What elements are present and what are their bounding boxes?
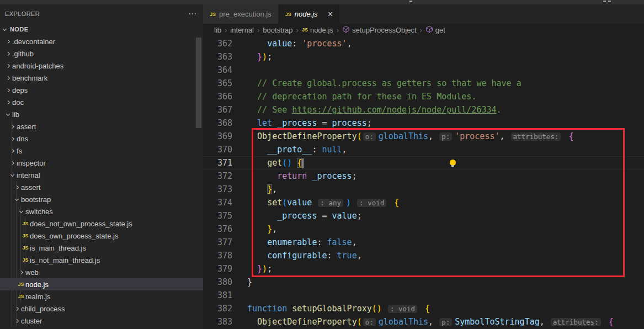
breadcrumb-label: node.js: [310, 26, 333, 34]
code-line-365[interactable]: 365 // Create global.process as getters …: [203, 77, 644, 90]
tree-item-realm.js[interactable]: JSrealm.js: [0, 290, 203, 303]
line-number[interactable]: 364: [203, 63, 247, 77]
chevron-down-icon: [3, 26, 7, 30]
line-number[interactable]: 362: [203, 37, 247, 50]
tree-item-label: deps: [12, 86, 28, 94]
tree-item-.github[interactable]: .github: [0, 47, 203, 60]
code-line-364[interactable]: 364: [203, 63, 644, 77]
titlebar-text-fragment: [603, 1, 606, 2]
tree-item-switches[interactable]: switches: [0, 205, 203, 217]
breadcrumb-item-node.js[interactable]: JSnode.js: [302, 26, 333, 34]
breadcrumb-item-get[interactable]: get: [425, 25, 445, 35]
code-area[interactable]: 362 value: 'process',363 });364365 // Cr…: [203, 36, 644, 329]
code-line-content: }: [247, 275, 252, 289]
tree-item-label: cluster: [21, 317, 42, 325]
tree-item-deps[interactable]: deps: [0, 84, 203, 96]
tree-item-benchmark[interactable]: benchmark: [0, 72, 203, 84]
symbol-method-icon: [425, 25, 435, 35]
tree-item-doc[interactable]: doc: [0, 96, 203, 108]
js-file-icon: JS: [17, 294, 25, 299]
tree-item-bootstrap[interactable]: bootstrap: [0, 193, 203, 205]
tree-item-child_process[interactable]: child_process: [0, 303, 203, 315]
tree-item-does_own_process_state.js[interactable]: JSdoes_own_process_state.js: [0, 230, 203, 242]
tree-item-label: does_not_own_process_state.js: [30, 220, 132, 228]
tree-item-dns[interactable]: dns: [0, 132, 203, 145]
tree-item-is_not_main_thread.js[interactable]: JSis_not_main_thread.js: [0, 254, 203, 266]
more-actions-icon[interactable]: ⋯: [188, 9, 196, 19]
tree-item-inspector[interactable]: inspector: [0, 157, 203, 169]
code-line-380[interactable]: 380}: [203, 275, 644, 289]
tree-item-lib[interactable]: lib: [0, 108, 203, 120]
code-line-382[interactable]: 382function setupGlobalProxy() : void {: [203, 302, 644, 315]
line-number[interactable]: 382: [203, 302, 247, 315]
close-icon[interactable]: ×: [328, 10, 333, 19]
line-number[interactable]: 371: [203, 156, 247, 169]
line-number[interactable]: 383: [203, 315, 247, 328]
code-line-content: // Create global.process as getters so t…: [247, 77, 521, 90]
js-file-icon: JS: [302, 27, 308, 33]
code-line-366[interactable]: 366 // deprecation path for these in ES …: [203, 90, 644, 103]
line-number[interactable]: 369: [203, 130, 247, 143]
code-line-381[interactable]: 381: [203, 289, 644, 302]
chevron-right-icon: [8, 137, 17, 140]
line-number[interactable]: 372: [203, 169, 247, 183]
line-number[interactable]: 381: [203, 289, 247, 302]
explorer-title: EXPLORER: [5, 10, 40, 17]
chevron-right-icon: [3, 77, 12, 79]
tree-item-cluster[interactable]: cluster: [0, 315, 203, 327]
chevron-down-icon: [8, 174, 17, 176]
line-number[interactable]: 376: [203, 222, 247, 236]
tab-node.js[interactable]: JSnode.js×: [279, 4, 340, 24]
breadcrumb-item-bootstrap[interactable]: bootstrap: [263, 26, 292, 34]
tree-item-assert[interactable]: assert: [0, 181, 203, 193]
line-number[interactable]: 366: [203, 90, 247, 103]
tree-item-label: is_not_main_thread.js: [30, 256, 100, 264]
titlebar-text-fragment: [608, 1, 611, 2]
line-number[interactable]: 370: [203, 143, 247, 156]
code-line-363[interactable]: 363 });: [203, 50, 644, 63]
code-line-367[interactable]: 367 // See https://github.com/nodejs/nod…: [203, 103, 644, 116]
tree-item-node.js[interactable]: JSnode.js: [0, 278, 203, 290]
breadcrumb-item-internal[interactable]: internal: [230, 26, 254, 34]
tree-item-label: is_main_thread.js: [30, 244, 86, 252]
js-file-icon: JS: [21, 257, 30, 263]
breadcrumb-item-setupProcessObject[interactable]: setupProcessObject: [342, 25, 416, 35]
js-file-icon: JS: [21, 245, 30, 251]
workbench: EXPLORER ⋯ NODE .devcontainer.githubandr…: [0, 4, 644, 329]
chevron-right-icon: [3, 89, 12, 92]
breadcrumb-item-lib[interactable]: lib: [214, 26, 221, 34]
line-number[interactable]: 378: [203, 249, 247, 262]
chevron-right-icon: [8, 125, 17, 128]
tab-pre_execution.js[interactable]: JSpre_execution.js: [203, 4, 279, 24]
tree-item-.devcontainer[interactable]: .devcontainer: [0, 35, 203, 47]
line-number[interactable]: 363: [203, 50, 247, 63]
lightbulb-icon[interactable]: [450, 160, 456, 166]
line-number[interactable]: 377: [203, 236, 247, 249]
breadcrumb: lib›internal›bootstrap›JSnode.js›setupPr…: [203, 24, 644, 36]
tree-item-assert[interactable]: assert: [0, 120, 203, 132]
code-line-383[interactable]: 383 ObjectDefineProperty(o:globalThis, p…: [203, 315, 644, 328]
tree-item-internal[interactable]: internal: [0, 169, 203, 181]
line-number[interactable]: 380: [203, 275, 247, 289]
tree-item-does_not_own_process_state.js[interactable]: JSdoes_not_own_process_state.js: [0, 217, 203, 230]
line-number[interactable]: 365: [203, 77, 247, 90]
line-number[interactable]: 374: [203, 196, 247, 209]
line-number[interactable]: 367: [203, 103, 247, 116]
tree-item-fs[interactable]: fs: [0, 145, 203, 157]
line-number[interactable]: 379: [203, 262, 247, 275]
tree-item-web[interactable]: web: [0, 266, 203, 278]
tree-item-label: android-patches: [12, 62, 63, 70]
line-number[interactable]: 368: [203, 116, 247, 130]
code-line-362[interactable]: 362 value: 'process',: [203, 37, 644, 50]
tree-item-android-patches[interactable]: android-patches: [0, 60, 203, 72]
tree-section-node[interactable]: NODE: [0, 23, 203, 35]
explorer-header: EXPLORER ⋯: [0, 4, 203, 23]
tree-item-is_main_thread.js[interactable]: JSis_main_thread.js: [0, 242, 203, 254]
tree-item-label: does_own_process_state.js: [30, 232, 118, 240]
tree-item-label: assert: [21, 183, 40, 192]
breadcrumb-separator-icon: ›: [225, 26, 227, 34]
js-file-icon: JS: [21, 221, 30, 226]
tree-item-label: inspector: [17, 159, 46, 167]
line-number[interactable]: 375: [203, 209, 247, 222]
line-number[interactable]: 373: [203, 183, 247, 196]
